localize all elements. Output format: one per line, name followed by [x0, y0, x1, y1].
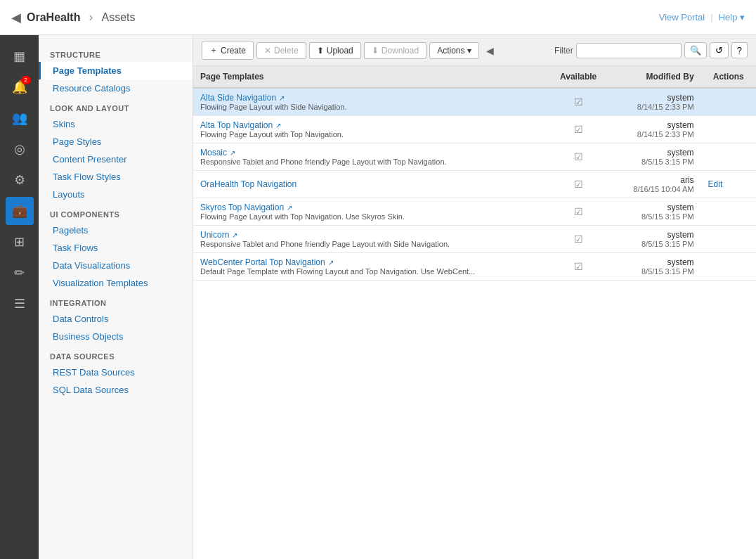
collapse-button[interactable]: ◀: [486, 45, 494, 56]
nav-item-task-flows[interactable]: Task Flows: [39, 239, 193, 257]
modified-user: system: [616, 257, 693, 267]
modified-date: 8/5/15 3:15 PM: [616, 240, 693, 248]
template-name-link[interactable]: WebCenter Portal Top Navigation: [200, 257, 325, 267]
modified-user: system: [616, 203, 693, 212]
view-portal-link[interactable]: View Portal: [659, 12, 705, 23]
cell-name: Mosaic↗Responsive Tablet and Phone frien…: [193, 143, 547, 171]
cell-actions: [701, 226, 756, 253]
nav-item-page-styles[interactable]: Page Styles: [39, 133, 193, 150]
table-row[interactable]: Unicorn↗Responsive Tablet and Phone frie…: [193, 226, 756, 253]
col-page-templates: Page Templates: [193, 66, 547, 88]
table-help-button[interactable]: ?: [731, 42, 748, 58]
template-name-link[interactable]: OraHealth Top Navigation: [200, 179, 296, 189]
template-description: Responsive Tablet and Phone friendly Pag…: [200, 158, 540, 166]
compass-icon[interactable]: ◎: [6, 135, 34, 163]
nav-item-layouts[interactable]: Layouts: [39, 186, 193, 203]
cell-actions[interactable]: Edit: [701, 171, 756, 198]
modified-date: 8/14/15 2:33 PM: [616, 130, 693, 139]
modified-user: system: [616, 148, 693, 158]
settings-icon[interactable]: ⚙: [6, 166, 34, 194]
nav-item-data-visualizations[interactable]: Data Visualizations: [39, 257, 193, 274]
template-name-link[interactable]: Alta Top Navigation: [200, 120, 273, 130]
modified-date: 8/14/15 2:33 PM: [616, 103, 693, 111]
modified-user: aris: [616, 175, 693, 185]
cell-name: OraHealth Top Navigation: [193, 171, 547, 198]
template-name-link[interactable]: Mosaic: [200, 148, 227, 158]
left-nav: StructurePage TemplatesResource Catalogs…: [39, 35, 193, 559]
delete-button[interactable]: ✕ Delete: [256, 42, 306, 59]
table-header: Page Templates Available Modified By Act…: [193, 66, 756, 88]
cell-actions: [701, 253, 756, 281]
template-description: Responsive Tablet and Phone friendly Pag…: [200, 240, 540, 248]
back-button[interactable]: ◀: [11, 10, 21, 25]
people-icon[interactable]: 👥: [6, 104, 34, 132]
search-button[interactable]: 🔍: [684, 42, 707, 58]
cell-available: ☑: [547, 171, 610, 198]
template-name-link[interactable]: Alta Side Navigation: [200, 93, 276, 103]
nav-item-task-flow-styles[interactable]: Task Flow Styles: [39, 168, 193, 186]
nav-section-title: Data Sources: [39, 345, 193, 364]
nav-section-title: Integration: [39, 292, 193, 310]
table-row[interactable]: Skyros Top Navigation↗Flowing Page Layou…: [193, 198, 756, 226]
refresh-button[interactable]: ↺: [710, 42, 729, 58]
nav-item-page-templates[interactable]: Page Templates: [39, 62, 193, 79]
nav-item-skins[interactable]: Skins: [39, 115, 193, 133]
nav-item-content-presenter[interactable]: Content Presenter: [39, 150, 193, 168]
cell-available: ☑: [547, 198, 610, 226]
x-icon: ✕: [264, 46, 271, 56]
cell-actions: [701, 198, 756, 226]
table-row[interactable]: Mosaic↗Responsive Tablet and Phone frien…: [193, 143, 756, 171]
table-row[interactable]: WebCenter Portal Top Navigation↗Default …: [193, 253, 756, 281]
help-link[interactable]: Help ▾: [719, 12, 745, 23]
check-icon: ☑: [574, 261, 583, 272]
check-icon: ☑: [574, 124, 583, 135]
upload-button[interactable]: ⬆ Upload: [309, 42, 361, 59]
table-row[interactable]: OraHealth Top Navigation☑aris8/16/15 10:…: [193, 171, 756, 198]
cell-modified-by: system8/14/15 2:33 PM: [609, 116, 700, 143]
check-icon: ☑: [574, 179, 583, 190]
template-name-link[interactable]: Unicorn: [200, 230, 229, 240]
filter-input[interactable]: [576, 43, 682, 58]
list-icon[interactable]: ☰: [6, 290, 34, 318]
cell-modified-by: system8/5/15 3:15 PM: [609, 226, 700, 253]
nav-item-resource-catalogs[interactable]: Resource Catalogs: [39, 79, 193, 97]
plugin-icon[interactable]: ⊞: [6, 228, 34, 256]
notifications-icon[interactable]: 🔔2: [6, 73, 34, 101]
content-area: ＋ Create ✕ Delete ⬆ Upload ⬇ Download Ac…: [193, 35, 756, 559]
nav-item-visualization-templates[interactable]: Visualization Templates: [39, 274, 193, 292]
create-button[interactable]: ＋ Create: [202, 41, 254, 60]
external-link-icon: ↗: [287, 204, 292, 212]
nav-item-data-controls[interactable]: Data Controls: [39, 310, 193, 328]
toolbar: ＋ Create ✕ Delete ⬆ Upload ⬇ Download Ac…: [193, 35, 756, 66]
nav-item-pagelets[interactable]: Pagelets: [39, 221, 193, 239]
table-row[interactable]: Alta Side Navigation↗Flowing Page Layout…: [193, 88, 756, 116]
cell-modified-by: aris8/16/15 10:04 AM: [609, 171, 700, 198]
cell-name: Skyros Top Navigation↗Flowing Page Layou…: [193, 198, 547, 226]
nav-section-title: UI Components: [39, 203, 193, 221]
topbar: ◀ OraHealth › Assets View Portal | Help …: [0, 0, 756, 35]
download-button[interactable]: ⬇ Download: [364, 42, 426, 59]
cell-name: Unicorn↗Responsive Tablet and Phone frie…: [193, 226, 547, 253]
template-description: Default Page Template with Flowing Layou…: [200, 267, 540, 276]
cell-name: Alta Side Navigation↗Flowing Page Layout…: [193, 88, 547, 116]
upload-icon: ⬆: [317, 46, 324, 56]
page-templates-table: Page Templates Available Modified By Act…: [193, 66, 756, 281]
modified-date: 8/5/15 3:15 PM: [616, 212, 693, 221]
template-name-link[interactable]: Skyros Top Navigation: [200, 203, 284, 212]
external-link-icon: ↗: [232, 231, 237, 239]
breadcrumb-separator: ›: [89, 10, 93, 25]
cell-available: ☑: [547, 116, 610, 143]
nav-item-business-objects[interactable]: Business Objects: [39, 328, 193, 345]
dashboard-icon[interactable]: ▦: [6, 42, 34, 70]
external-link-icon: ↗: [279, 94, 285, 102]
col-modified-by: Modified By: [609, 66, 700, 88]
asset-icon[interactable]: 💼: [6, 197, 34, 225]
table-row[interactable]: Alta Top Navigation↗Flowing Page Layout …: [193, 116, 756, 143]
actions-button[interactable]: Actions ▾: [429, 42, 479, 59]
topbar-right: View Portal | Help ▾: [659, 12, 745, 23]
cell-modified-by: system8/5/15 3:15 PM: [609, 198, 700, 226]
check-icon: ☑: [574, 151, 583, 162]
nav-item-sql-data-sources[interactable]: SQL Data Sources: [39, 381, 193, 399]
nav-item-rest-data-sources[interactable]: REST Data Sources: [39, 364, 193, 381]
analytics-icon[interactable]: ✏: [6, 259, 34, 287]
